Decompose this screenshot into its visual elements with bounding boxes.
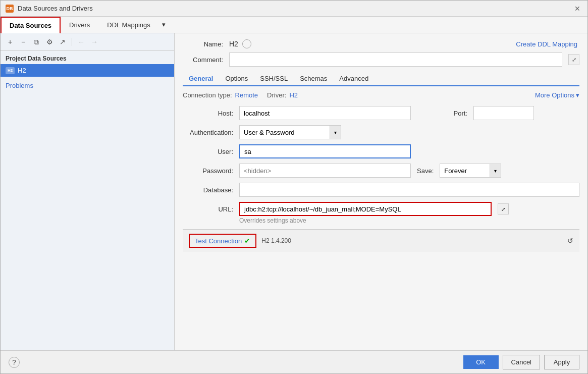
project-data-sources-label: Project Data Sources	[1, 51, 174, 64]
export-button[interactable]: ↗	[57, 36, 68, 47]
form-section: Host: Port: Authentication: User & Passw…	[183, 106, 579, 224]
h2-db-icon: H2	[6, 67, 15, 74]
url-expand-button[interactable]: ⤢	[498, 203, 509, 215]
create-ddl-link[interactable]: Create DDL Mapping	[516, 40, 577, 48]
apply-button[interactable]: Apply	[544, 355, 579, 369]
settings-button[interactable]: ⚙	[44, 36, 55, 47]
database-input[interactable]	[239, 183, 579, 197]
sidebar-toolbar: + − ⧉ ⚙ ↗ ← →	[1, 33, 174, 51]
tab-ssh-ssl[interactable]: SSH/SSL	[254, 72, 294, 85]
app-icon: DB	[6, 5, 14, 13]
tab-schemas[interactable]: Schemas	[294, 72, 333, 85]
version-text: H2 1.4.200	[261, 237, 291, 244]
user-input[interactable]	[239, 144, 411, 158]
title-bar: DB Data Sources and Drivers ✕	[1, 1, 587, 17]
comment-row: Comment: ⤢	[183, 52, 579, 67]
help-button[interactable]: ?	[9, 357, 20, 368]
ok-button[interactable]: OK	[463, 355, 499, 369]
back-button[interactable]: ←	[76, 36, 87, 47]
tab-advanced[interactable]: Advanced	[333, 72, 375, 85]
test-connection-label: Test Connection	[195, 237, 242, 245]
copy-button[interactable]: ⧉	[31, 36, 42, 47]
auth-select-container: User & Password ▾	[239, 125, 341, 139]
password-label: Password:	[183, 167, 233, 175]
url-input[interactable]	[239, 202, 492, 216]
close-button[interactable]: ✕	[572, 4, 582, 14]
right-panel: Name: H2 Create DDL Mapping Comment: ⤢ G…	[175, 33, 587, 350]
port-label: Port:	[417, 110, 467, 117]
url-label: URL:	[183, 205, 233, 213]
forward-button[interactable]: →	[89, 36, 100, 47]
comment-expand-button[interactable]: ⤢	[568, 54, 579, 65]
remove-button[interactable]: −	[18, 36, 29, 47]
sidebar-item-label: H2	[18, 67, 26, 74]
dialog: DB Data Sources and Drivers ✕ Data Sourc…	[0, 0, 588, 374]
name-input-container: H2	[229, 39, 251, 48]
dialog-footer: ? OK Cancel Apply	[1, 350, 587, 373]
name-indicator	[242, 39, 251, 48]
tab-data-sources[interactable]: Data Sources	[1, 17, 61, 33]
more-options-label: More Options	[535, 91, 574, 99]
host-row: Host: Port:	[183, 106, 579, 120]
tab-more[interactable]: ▾	[159, 17, 169, 33]
name-value: H2	[229, 40, 238, 48]
driver-value[interactable]: H2	[289, 91, 298, 99]
comment-label: Comment:	[183, 56, 223, 64]
host-label: Host:	[183, 110, 233, 117]
sidebar-problems[interactable]: Problems	[1, 77, 174, 94]
auth-row: Authentication: User & Password ▾	[183, 125, 579, 139]
auth-label: Authentication:	[183, 129, 233, 136]
password-row: Password: Save: Forever ▾	[183, 164, 579, 178]
user-row: User:	[183, 144, 579, 158]
save-select-container: Forever ▾	[440, 164, 501, 178]
save-select[interactable]: Forever	[440, 164, 490, 178]
cancel-button[interactable]: Cancel	[503, 355, 540, 369]
sidebar: + − ⧉ ⚙ ↗ ← → Project Data Sources H2 H2…	[1, 33, 175, 350]
user-label: User:	[183, 148, 233, 155]
database-label: Database:	[183, 186, 233, 194]
sidebar-item-h2[interactable]: H2 H2	[1, 64, 174, 77]
top-tabs: Data Sources Drivers DDL Mappings ▾	[1, 17, 587, 33]
inner-tabs: General Options SSH/SSL Schemas Advanced	[183, 72, 579, 86]
main-content: + − ⧉ ⚙ ↗ ← → Project Data Sources H2 H2…	[1, 33, 587, 350]
password-input[interactable]	[239, 164, 411, 178]
connection-type-value[interactable]: Remote	[235, 91, 258, 99]
connection-type-label: Connection type:	[183, 91, 232, 99]
refresh-icon[interactable]: ↺	[567, 237, 573, 245]
tab-ddl-mappings[interactable]: DDL Mappings	[98, 17, 159, 33]
url-row: URL: ⤢	[183, 202, 579, 216]
more-options-button[interactable]: More Options ▾	[535, 91, 579, 99]
test-connection-button[interactable]: Test Connection ✔	[189, 234, 256, 248]
check-icon: ✔	[244, 237, 250, 245]
tab-drivers[interactable]: Drivers	[61, 17, 98, 33]
tab-general[interactable]: General	[183, 72, 219, 86]
save-select-arrow[interactable]: ▾	[490, 164, 501, 178]
more-options-arrow: ▾	[576, 91, 579, 99]
name-label: Name:	[183, 40, 223, 48]
dialog-title: Data Sources and Drivers	[18, 5, 568, 12]
save-label: Save:	[417, 167, 434, 175]
host-input[interactable]	[239, 106, 411, 120]
tab-options[interactable]: Options	[219, 72, 254, 85]
bottom-bar: Test Connection ✔ H2 1.4.200 ↺	[183, 229, 579, 252]
auth-select[interactable]: User & Password	[239, 125, 330, 139]
url-hint: Overrides settings above	[239, 217, 579, 224]
name-row: Name: H2 Create DDL Mapping	[183, 39, 579, 48]
comment-input[interactable]	[229, 52, 562, 67]
connection-type-row: Connection type: Remote Driver: H2 More …	[183, 91, 579, 99]
add-button[interactable]: +	[5, 36, 16, 47]
auth-select-arrow[interactable]: ▾	[330, 125, 341, 139]
toolbar-separator	[72, 38, 72, 46]
url-section: URL: ⤢ Overrides settings above	[183, 202, 579, 224]
driver-label: Driver:	[267, 91, 286, 99]
database-row: Database:	[183, 183, 579, 197]
port-input[interactable]	[473, 106, 534, 120]
